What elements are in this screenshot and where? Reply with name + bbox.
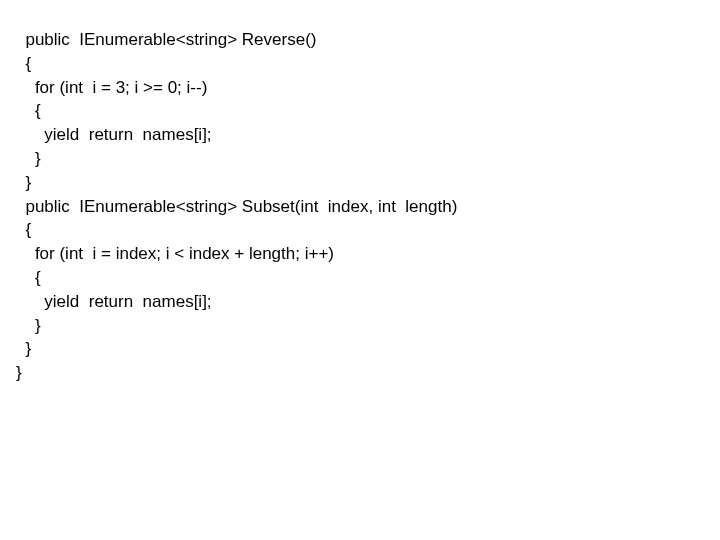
code-line: { [16,52,720,76]
code-line: public IEnumerable<string> Subset(int in… [16,195,720,219]
code-line: for (int i = 3; i >= 0; i--) [16,76,720,100]
code-line: } [16,171,720,195]
code-line: { [16,266,720,290]
code-line: } [16,314,720,338]
code-line: } [16,147,720,171]
code-block: public IEnumerable<string> Reverse() { f… [16,28,720,385]
code-line: } [16,337,720,361]
code-line: for (int i = index; i < index + length; … [16,242,720,266]
code-line: } [16,361,720,385]
code-line: public IEnumerable<string> Reverse() [16,28,720,52]
code-line: yield return names[i]; [16,123,720,147]
code-line: { [16,99,720,123]
code-line: { [16,218,720,242]
code-line: yield return names[i]; [16,290,720,314]
